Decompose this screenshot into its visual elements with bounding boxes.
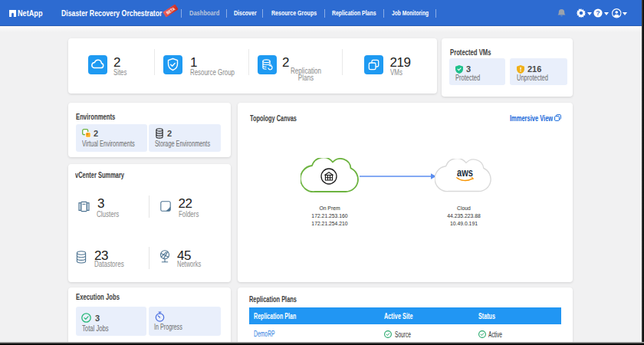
- svg-text:?: ?: [596, 9, 600, 17]
